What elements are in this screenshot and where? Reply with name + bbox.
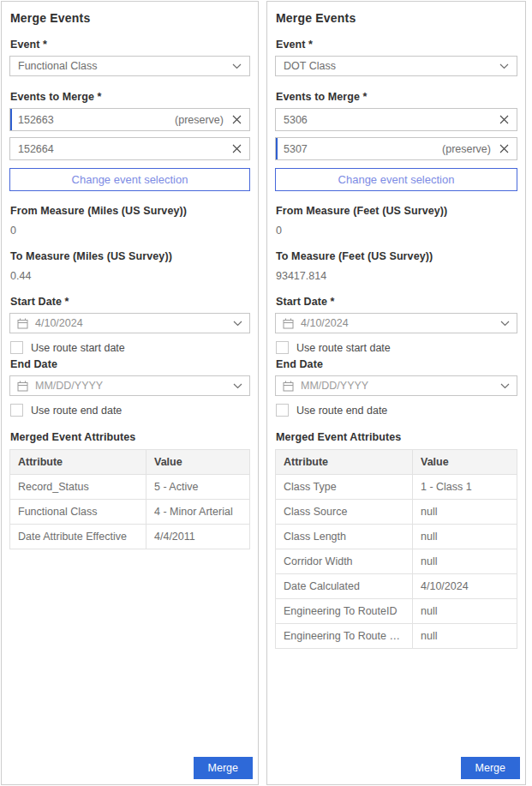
attribute-cell: Class Type (276, 475, 413, 500)
value-column-header: Value (146, 450, 250, 475)
table-row: Corridor Width null (276, 549, 517, 574)
close-icon[interactable] (499, 115, 509, 124)
start-date-value: 4/10/2024 (301, 317, 349, 329)
table-row: Class Length null (276, 525, 517, 549)
attribute-cell: Corridor Width (276, 549, 413, 574)
calendar-icon (17, 381, 28, 392)
value-cell: null (413, 599, 517, 624)
merged-attributes-table: Attribute Value Class Type 1 - Class 1 C… (275, 449, 517, 649)
chevron-down-icon (232, 63, 242, 69)
merged-attributes-table: Attribute Value Record_Status 5 - Active… (9, 449, 250, 549)
table-row: Functional Class 4 - Minor Arterial (10, 500, 250, 525)
event-select-value: DOT Class (284, 60, 336, 72)
start-date-input[interactable]: 4/10/2024 (275, 313, 517, 333)
from-measure-label: From Measure (Feet (US Survey)) (276, 205, 517, 217)
use-route-start-date-checkbox[interactable] (10, 341, 23, 354)
table-row: Class Source null (276, 500, 517, 525)
attribute-cell: Engineering To RouteID (276, 599, 413, 624)
attribute-column-header: Attribute (10, 450, 146, 475)
use-route-start-date-row: Use route start date (276, 341, 517, 354)
change-event-selection-button[interactable]: Change event selection (275, 168, 517, 191)
value-column-header: Value (413, 450, 517, 475)
to-measure-label: To Measure (Miles (US Survey)) (10, 250, 250, 262)
value-cell: null (413, 624, 517, 649)
use-route-end-date-label: Use route end date (31, 405, 122, 417)
from-measure-label: From Measure (Miles (US Survey)) (10, 205, 250, 217)
start-date-input[interactable]: 4/10/2024 (9, 313, 250, 333)
use-route-start-date-row: Use route start date (10, 341, 250, 354)
end-date-label: End Date (10, 358, 250, 370)
event-select[interactable]: DOT Class (275, 56, 517, 76)
attribute-cell: Engineering To Route … (276, 624, 413, 649)
table-header-row: Attribute Value (10, 450, 250, 475)
value-cell: null (413, 500, 517, 525)
from-measure-value: 0 (10, 225, 250, 237)
start-date-label: Start Date * (10, 296, 250, 308)
close-icon[interactable] (499, 144, 509, 153)
chevron-down-icon (499, 63, 509, 69)
end-date-input[interactable]: MM/DD/YYYY (9, 375, 250, 396)
chevron-down-icon (233, 383, 242, 389)
merge-button[interactable]: Merge (461, 757, 520, 779)
use-route-end-date-label: Use route end date (296, 405, 387, 417)
change-event-selection-button[interactable]: Change event selection (9, 168, 250, 191)
panel-title: Merge Events (10, 11, 250, 25)
merge-events-panel-left: Merge Events Event * Functional Class Ev… (1, 1, 259, 785)
merged-attributes-label: Merged Event Attributes (10, 431, 250, 443)
end-date-placeholder: MM/DD/YYYY (301, 380, 368, 392)
table-row: Date Calculated 4/10/2024 (276, 574, 517, 599)
attribute-cell: Record_Status (10, 475, 146, 500)
end-date-placeholder: MM/DD/YYYY (35, 380, 103, 392)
table-header-row: Attribute Value (276, 450, 517, 475)
events-to-merge-label: Events to Merge * (10, 91, 250, 103)
use-route-end-date-row: Use route end date (276, 404, 517, 417)
event-id: 5306 (284, 114, 308, 126)
value-cell: 5 - Active (146, 475, 250, 500)
value-cell: 4/4/2011 (146, 525, 250, 549)
table-row: Record_Status 5 - Active (10, 475, 250, 500)
panel-title: Merge Events (276, 11, 517, 25)
use-route-start-date-checkbox[interactable] (276, 341, 289, 354)
table-row: Date Attribute Effective 4/4/2011 (10, 525, 250, 549)
close-icon[interactable] (232, 144, 242, 153)
preserve-badge: (preserve) (175, 114, 224, 126)
calendar-icon (17, 318, 28, 329)
value-cell: 1 - Class 1 (413, 475, 517, 500)
calendar-icon (283, 318, 294, 329)
event-to-merge-input[interactable]: 152664 (9, 137, 250, 160)
start-date-label: Start Date * (276, 296, 517, 308)
attribute-cell: Class Source (276, 500, 413, 525)
chevron-down-icon (233, 321, 242, 327)
use-route-end-date-checkbox[interactable] (10, 404, 23, 417)
event-id: 152663 (18, 114, 54, 126)
to-measure-label: To Measure (Feet (US Survey)) (276, 250, 517, 262)
preserve-badge: (preserve) (442, 143, 491, 155)
event-id: 152664 (18, 143, 54, 155)
event-to-merge-input[interactable]: 5307 (preserve) (275, 137, 517, 160)
calendar-icon (283, 381, 294, 392)
merged-attributes-label: Merged Event Attributes (276, 431, 517, 443)
close-icon[interactable] (232, 115, 242, 124)
event-id: 5307 (284, 143, 308, 155)
event-select[interactable]: Functional Class (9, 56, 250, 76)
attribute-cell: Date Calculated (276, 574, 413, 599)
table-row: Engineering To Route … null (276, 624, 517, 649)
from-measure-value: 0 (276, 225, 517, 237)
end-date-input[interactable]: MM/DD/YYYY (275, 375, 517, 396)
chevron-down-icon (500, 383, 510, 389)
attribute-cell: Date Attribute Effective (10, 525, 146, 549)
start-date-value: 4/10/2024 (35, 317, 83, 329)
attribute-cell: Class Length (276, 525, 413, 549)
event-to-merge-input[interactable]: 152663 (preserve) (9, 108, 250, 131)
to-measure-value: 93417.814 (276, 270, 517, 282)
merge-events-panel-right: Merge Events Event * DOT Class Events to… (266, 1, 526, 785)
table-row: Class Type 1 - Class 1 (276, 475, 517, 500)
to-measure-value: 0.44 (10, 270, 250, 282)
attribute-cell: Functional Class (10, 500, 146, 525)
event-to-merge-input[interactable]: 5306 (275, 108, 517, 131)
merge-button[interactable]: Merge (194, 757, 253, 779)
attribute-column-header: Attribute (276, 450, 413, 475)
use-route-start-date-label: Use route start date (31, 342, 125, 354)
use-route-start-date-label: Use route start date (296, 342, 391, 354)
use-route-end-date-checkbox[interactable] (276, 404, 289, 417)
